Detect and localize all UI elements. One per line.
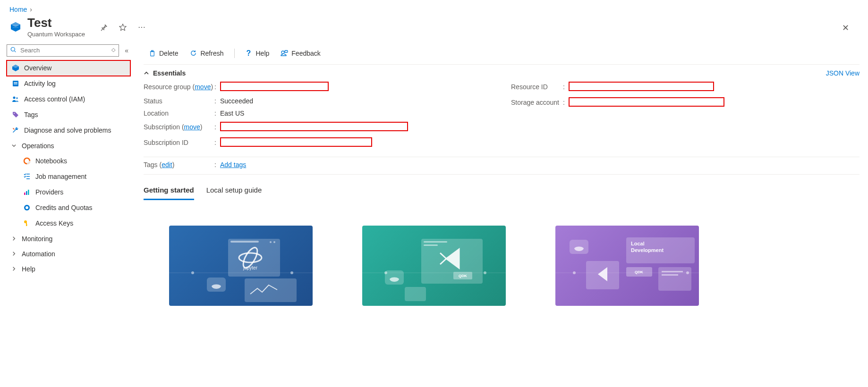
refresh-button[interactable]: Refresh — [185, 47, 228, 59]
json-view-link[interactable]: JSON View — [826, 69, 859, 77]
svg-text:QDK: QDK — [459, 274, 467, 278]
sidebar-item-access-keys[interactable]: Access Keys — [7, 216, 130, 231]
toolbar-divider — [234, 49, 235, 58]
sidebar-group-operations[interactable]: Operations — [7, 138, 130, 153]
move-resource-group-link[interactable]: move — [195, 83, 211, 91]
sidebar-item-diagnose[interactable]: Diagnose and solve problems — [7, 123, 130, 138]
essentials-toggle[interactable]: Essentials JSON View — [144, 65, 859, 79]
svg-text:QDK: QDK — [635, 270, 643, 274]
svg-point-37 — [273, 241, 275, 243]
sidebar-item-label: Job management — [35, 173, 86, 180]
command-bar: Delete Refresh ? Help Feedback — [144, 44, 859, 65]
svg-rect-18 — [26, 178, 30, 179]
svg-rect-25 — [26, 223, 27, 226]
card-jupyter[interactable]: jupyter — [169, 226, 313, 306]
move-subscription-link[interactable]: move — [184, 123, 200, 131]
field-label-location: Location — [144, 109, 214, 117]
field-value-status: Succeeded — [220, 97, 253, 105]
star-icon — [119, 24, 127, 31]
sidebar-search-input[interactable] — [7, 44, 119, 57]
card-local-development[interactable]: Local Development QDK — [555, 226, 699, 306]
sidebar-item-job-management[interactable]: Job management — [7, 169, 130, 185]
feedback-button[interactable]: Feedback — [276, 47, 325, 59]
svg-rect-19 — [24, 193, 26, 195]
svg-rect-16 — [26, 174, 30, 175]
breadcrumb-home[interactable]: Home — [9, 6, 27, 13]
more-button[interactable]: ⋯ — [136, 21, 147, 34]
svg-point-29 — [281, 51, 284, 54]
delete-button[interactable]: Delete — [144, 47, 183, 59]
sidebar-item-label: Providers — [35, 188, 63, 196]
svg-rect-47 — [424, 241, 447, 243]
chevron-right-icon: › — [30, 6, 32, 13]
redacted-subscription — [220, 122, 408, 131]
svg-text:Local: Local — [631, 241, 645, 246]
tab-getting-started[interactable]: Getting started — [144, 183, 194, 200]
svg-rect-63 — [658, 267, 691, 291]
field-label-tags: Tags — [144, 161, 158, 168]
svg-rect-21 — [28, 190, 29, 195]
pin-button[interactable] — [98, 22, 110, 33]
favorite-button[interactable] — [117, 22, 128, 33]
svg-rect-9 — [14, 82, 17, 83]
help-icon: ? — [245, 50, 253, 57]
svg-text:jupyter: jupyter — [243, 265, 258, 270]
sidebar-item-access-control[interactable]: Access control (IAM) — [7, 92, 130, 107]
sidebar-group-label: Help — [22, 265, 35, 273]
svg-rect-52 — [405, 287, 426, 301]
sidebar-group-help[interactable]: Help — [7, 261, 130, 277]
svg-point-12 — [16, 97, 18, 99]
svg-point-23 — [26, 206, 28, 209]
chevron-right-icon — [11, 236, 17, 241]
providers-icon — [23, 188, 31, 196]
close-button[interactable]: ✕ — [840, 21, 851, 35]
sidebar-group-monitoring[interactable]: Monitoring — [7, 231, 130, 246]
svg-rect-17 — [26, 176, 30, 177]
activity-log-icon — [11, 80, 19, 88]
help-button[interactable]: ? Help — [240, 47, 274, 59]
svg-point-45 — [484, 271, 486, 274]
svg-rect-30 — [285, 50, 288, 52]
people-icon — [11, 95, 19, 103]
sidebar-item-tags[interactable]: Tags — [7, 107, 130, 123]
sidebar-item-notebooks[interactable]: Notebooks — [7, 153, 130, 169]
tab-local-setup-guide[interactable]: Local setup guide — [206, 183, 262, 200]
svg-point-32 — [191, 271, 194, 274]
svg-text:Development: Development — [631, 247, 664, 253]
breadcrumb: Home › — [0, 0, 868, 16]
svg-rect-65 — [662, 274, 678, 276]
sidebar-item-overview[interactable]: Overview — [7, 60, 130, 76]
redacted-storage-account — [569, 97, 724, 107]
sidebar-group-label: Automation — [22, 250, 55, 258]
tags-row: Tags (edit) : Add tags — [144, 157, 859, 175]
sidebar-item-label: Diagnose and solve problems — [24, 126, 111, 134]
sidebar-item-activity-log[interactable]: Activity log — [7, 76, 130, 92]
cube-icon — [11, 64, 19, 72]
tag-icon — [11, 111, 19, 119]
add-tags-link[interactable]: Add tags — [220, 161, 246, 168]
field-value-location: East US — [220, 109, 244, 117]
main-content: Delete Refresh ? Help Feedback Essential… — [133, 44, 868, 306]
chevron-right-icon — [11, 266, 17, 271]
svg-point-13 — [14, 113, 15, 114]
sidebar-item-providers[interactable]: Providers — [7, 185, 130, 200]
notebooks-icon — [23, 157, 31, 165]
card-vscode-qdk[interactable]: QDK — [362, 226, 506, 306]
collapse-sidebar-button[interactable]: « — [123, 45, 130, 56]
svg-rect-34 — [228, 239, 280, 277]
sidebar-group-automation[interactable]: Automation — [7, 246, 130, 261]
essentials-panel: Resource group (move) : Status : Succeed… — [144, 79, 859, 157]
redacted-resource-group — [220, 82, 329, 91]
svg-rect-28 — [151, 50, 153, 51]
edit-tags-link[interactable]: edit — [162, 161, 172, 168]
content-tabs: Getting started Local setup guide — [144, 175, 859, 200]
svg-rect-64 — [662, 271, 683, 272]
sidebar-item-label: Activity log — [24, 80, 56, 87]
page-title: Test — [27, 16, 85, 30]
chevron-right-icon — [11, 251, 17, 256]
ellipsis-icon: ⋯ — [138, 23, 145, 31]
pin-icon — [100, 24, 108, 31]
sidebar-item-credits-quotas[interactable]: Credits and Quotas — [7, 200, 130, 216]
chevron-up-icon — [144, 70, 149, 76]
key-icon — [23, 219, 31, 227]
